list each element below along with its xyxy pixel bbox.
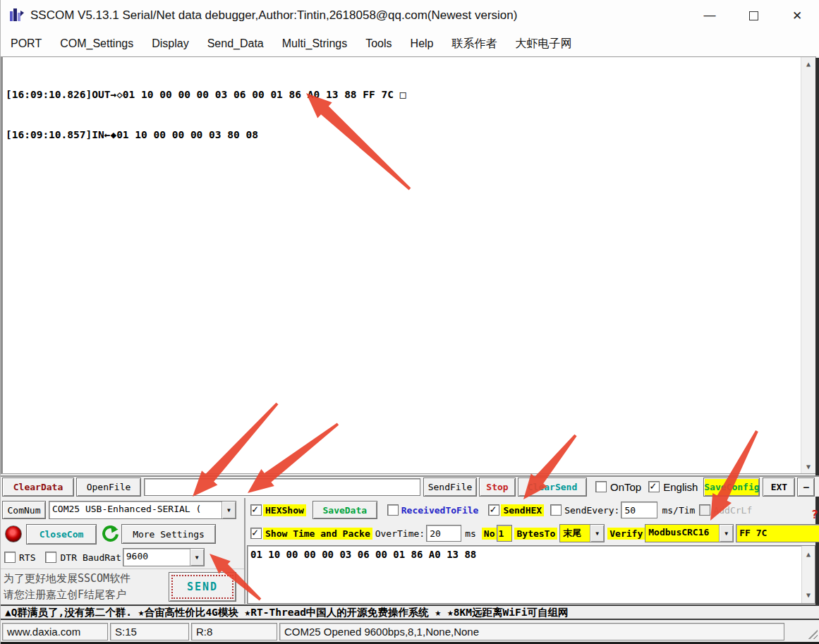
baudrate-value: 9600 bbox=[123, 549, 190, 566]
toolbar-row: ClearData OpenFile SendFile Stop ClearSe… bbox=[1, 475, 819, 497]
rts-label[interactable]: RTS bbox=[19, 552, 35, 563]
add-crlf-checkbox[interactable] bbox=[699, 504, 710, 516]
clear-data-button[interactable]: ClearData bbox=[2, 478, 74, 497]
bytes-to-value: 末尾 bbox=[560, 525, 590, 542]
app-icon bbox=[9, 8, 25, 23]
ontop-label[interactable]: OnTop bbox=[610, 481, 641, 493]
hexshow-checkbox[interactable] bbox=[250, 504, 262, 516]
sendhex-label[interactable]: SendHEX bbox=[501, 504, 544, 516]
com-port-select[interactable]: COM25 USB-Enhanced-SERIAL ( ▼ bbox=[49, 501, 236, 519]
status-sent-count: S:15 bbox=[110, 623, 189, 640]
received-to-file-checkbox[interactable] bbox=[387, 504, 399, 516]
byte-number-input[interactable] bbox=[497, 525, 512, 542]
dtr-checkbox[interactable] bbox=[45, 552, 56, 563]
ad-banner-text: ▲Q群满员了,没有第二个群. ★合宙高性价比4G模块 ★RT-Thread中国人… bbox=[5, 606, 568, 619]
send-data-text[interactable]: 01 10 00 00 00 03 06 00 01 86 A0 13 88 bbox=[248, 546, 815, 563]
menu-daxia-site[interactable]: 大虾电子网 bbox=[515, 37, 571, 51]
terminal-output[interactable]: [16:09:10.826]OUT→◇01 10 00 00 00 03 06 … bbox=[1, 56, 816, 474]
chevron-down-icon[interactable]: ▼ bbox=[719, 525, 733, 542]
clear-send-button[interactable]: ClearSend bbox=[518, 478, 587, 497]
verify-select[interactable]: ModbusCRC16 ▼ bbox=[645, 524, 734, 542]
status-com-state: COM25 Opened 9600bps,8,1,None,None bbox=[279, 623, 784, 640]
verify-value: ModbusCRC16 bbox=[645, 525, 719, 542]
menu-bar: PORT COM_Settings Display Send_Data Mult… bbox=[1, 31, 819, 56]
bytes-to-select[interactable]: 末尾 ▼ bbox=[559, 524, 605, 542]
title-bar: SSCOM V5.13.1 Serial/Net data debugger,A… bbox=[1, 0, 819, 31]
save-config-button[interactable]: SaveConfig bbox=[703, 478, 760, 497]
baudrate-select[interactable]: 9600 ▼ bbox=[123, 548, 205, 566]
resize-grip[interactable] bbox=[807, 628, 818, 639]
add-crlf-label: AddCrLf bbox=[713, 505, 752, 516]
menu-contact-author[interactable]: 联系作者 bbox=[451, 37, 497, 51]
com-status-led-icon bbox=[5, 525, 22, 542]
scroll-up-icon[interactable]: ▲ bbox=[802, 550, 815, 558]
open-file-button[interactable]: OpenFile bbox=[76, 478, 141, 497]
send-file-button[interactable]: SendFile bbox=[423, 478, 477, 497]
com-panel: ComNum COM25 USB-Enhanced-SERIAL ( ▼ Clo… bbox=[1, 498, 245, 604]
scroll-up-icon[interactable]: ▲ bbox=[801, 60, 815, 68]
dtr-label[interactable]: DTR bbox=[60, 552, 76, 563]
show-time-label[interactable]: Show Time and Packe bbox=[263, 528, 372, 540]
verify-options-row: Show Time and Packe OverTime: ms No Byte… bbox=[248, 523, 819, 544]
overtime-input[interactable] bbox=[426, 525, 461, 542]
received-to-file-label[interactable]: ReceivedToFile bbox=[401, 505, 479, 516]
stop-button[interactable]: Stop bbox=[479, 478, 516, 497]
send-every-checkbox[interactable] bbox=[550, 504, 562, 516]
close-com-button[interactable]: CloseCom bbox=[26, 524, 97, 545]
maximize-icon bbox=[749, 11, 758, 20]
baudrate-label: BaudRat bbox=[83, 552, 121, 563]
status-bar: www.daxia.com S:15 R:8 COM25 Opened 9600… bbox=[1, 621, 819, 642]
sendhex-checkbox[interactable] bbox=[488, 504, 499, 516]
scroll-down-icon[interactable]: ▼ bbox=[802, 591, 815, 599]
english-checkbox[interactable] bbox=[648, 481, 660, 492]
maximize-button[interactable] bbox=[732, 0, 775, 31]
chevron-down-icon[interactable]: ▼ bbox=[590, 525, 604, 542]
more-settings-button[interactable]: More Settings bbox=[121, 524, 216, 544]
minimize-button[interactable]: — bbox=[688, 0, 732, 31]
window-title: SSCOM V5.13.1 Serial/Net data debugger,A… bbox=[30, 8, 517, 23]
cut-off-red-glyph: ? bbox=[811, 508, 818, 521]
menu-port[interactable]: PORT bbox=[11, 37, 42, 50]
file-path-input[interactable] bbox=[144, 478, 420, 496]
verify-label: Verify bbox=[607, 528, 645, 540]
send-button[interactable]: SEND bbox=[169, 572, 236, 602]
chevron-down-icon[interactable]: ▼ bbox=[190, 549, 204, 566]
collapse-panel-button[interactable]: — bbox=[797, 478, 815, 497]
save-data-button[interactable]: SaveData bbox=[313, 501, 377, 519]
com-port-value: COM25 USB-Enhanced-SERIAL ( bbox=[49, 502, 222, 518]
show-time-checkbox[interactable] bbox=[250, 528, 262, 539]
menu-com-settings[interactable]: COM_Settings bbox=[60, 37, 133, 50]
english-label[interactable]: English bbox=[663, 481, 698, 493]
menu-send-data[interactable]: Send_Data bbox=[207, 37, 264, 50]
sscom-window: SSCOM V5.13.1 Serial/Net data debugger,A… bbox=[0, 0, 819, 644]
rts-checkbox[interactable] bbox=[4, 552, 16, 563]
bytes-to-label: BytesTo bbox=[514, 528, 557, 540]
terminal-line: [16:09:10.826]OUT→◇01 10 00 00 00 03 06 … bbox=[6, 88, 813, 102]
menu-multi-strings[interactable]: Multi_Strings bbox=[282, 37, 347, 50]
menu-display[interactable]: Display bbox=[152, 37, 188, 50]
close-button[interactable]: ✕ bbox=[775, 0, 819, 31]
menu-tools[interactable]: Tools bbox=[365, 37, 392, 50]
ext-button[interactable]: EXT bbox=[763, 478, 795, 497]
minimize-icon: — bbox=[704, 8, 716, 23]
crc-result-field: FF 7C bbox=[736, 524, 819, 542]
chevron-down-icon[interactable]: ▼ bbox=[222, 502, 236, 518]
ontop-checkbox[interactable] bbox=[595, 481, 607, 492]
ad-banner: ▲Q群满员了,没有第二个群. ★合宙高性价比4G模块 ★RT-Thread中国人… bbox=[1, 604, 819, 620]
overtime-label: OverTime: bbox=[375, 528, 425, 539]
terminal-line: [16:09:10.857]IN←◆01 10 00 00 00 03 80 0… bbox=[6, 128, 813, 142]
overtime-ms-label: ms bbox=[465, 528, 476, 539]
send-area-scrollbar[interactable]: ▲ ▼ bbox=[801, 546, 815, 603]
refresh-ports-icon[interactable] bbox=[100, 525, 119, 543]
send-every-label[interactable]: SendEvery: bbox=[564, 505, 619, 516]
scroll-down-icon[interactable]: ▼ bbox=[801, 463, 815, 470]
send-button-label: SEND bbox=[171, 575, 233, 599]
menu-help[interactable]: Help bbox=[411, 37, 434, 50]
hexshow-label[interactable]: HEXShow bbox=[263, 504, 306, 516]
status-website: www.daxia.com bbox=[2, 623, 108, 640]
send-every-input[interactable] bbox=[621, 502, 657, 518]
status-received-count: R:8 bbox=[191, 623, 277, 640]
send-data-area[interactable]: 01 10 00 00 00 03 06 00 01 86 A0 13 88 ▲… bbox=[247, 545, 815, 604]
terminal-scrollbar[interactable]: ▲ ▼ bbox=[801, 57, 815, 473]
receive-options-row: HEXShow SaveData ReceivedToFile SendHEX … bbox=[248, 499, 819, 521]
